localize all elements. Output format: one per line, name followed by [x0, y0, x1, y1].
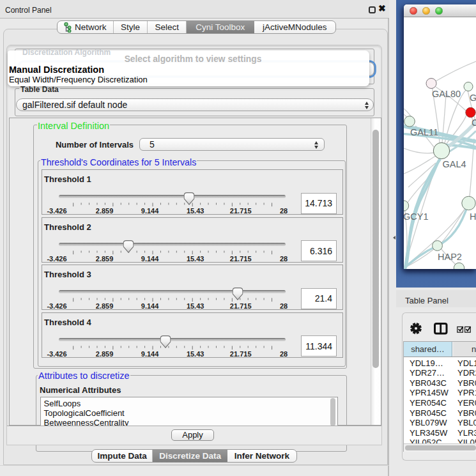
svg-text:GCY1: GCY1 — [404, 211, 429, 222]
svg-text:G.: G. — [470, 93, 476, 103]
svg-text:GAL80: GAL80 — [432, 89, 461, 99]
svg-text:H: H — [470, 211, 476, 222]
svg-text:GAL11: GAL11 — [410, 127, 438, 137]
svg-text:HAP2: HAP2 — [438, 252, 462, 262]
svg-text:GAL4: GAL4 — [443, 159, 466, 169]
svg-text:C: C — [472, 118, 476, 128]
